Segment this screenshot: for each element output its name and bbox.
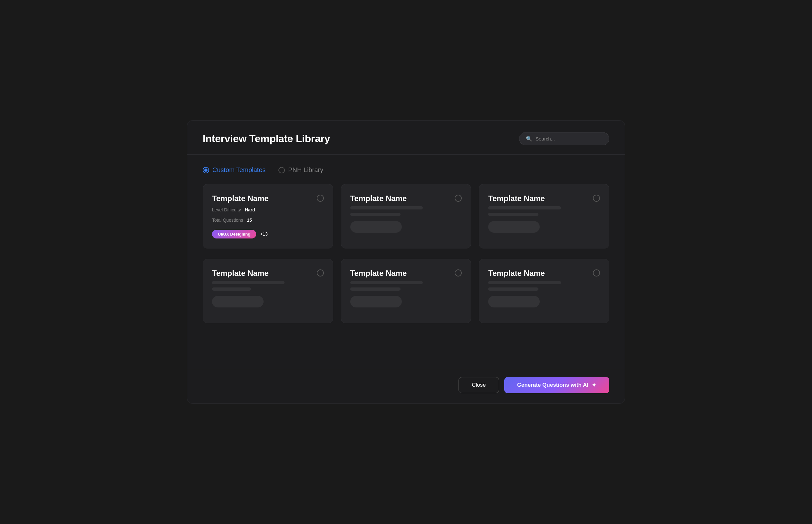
card-2-header: Template Name — [350, 194, 462, 203]
tab-radio-custom — [203, 167, 209, 174]
skeleton-line-2 — [350, 213, 400, 216]
skeleton-line-1 — [350, 206, 423, 210]
card-1-questions: Total Questions : 15 — [212, 216, 324, 224]
tag-more-count: +13 — [260, 231, 268, 236]
skeleton-line-5 — [212, 281, 284, 284]
card-1-radio[interactable] — [317, 195, 324, 202]
card-6-header: Template Name — [488, 269, 600, 278]
card-6-radio[interactable] — [593, 269, 600, 277]
card-4-title: Template Name — [212, 269, 269, 278]
card-2-radio[interactable] — [455, 195, 462, 202]
footer: Close Generate Questions with AI ✦ — [187, 369, 625, 404]
skeleton-pill-1 — [350, 221, 402, 233]
card-1-difficulty: Level Difficulty : Hard — [212, 206, 324, 213]
questions-value: 15 — [247, 217, 252, 223]
card-1-title: Template Name — [212, 194, 269, 203]
template-card-1[interactable]: Template Name Level Difficulty : Hard To… — [203, 184, 333, 248]
template-card-4[interactable]: Template Name — [203, 259, 333, 323]
skeleton-line-3 — [488, 206, 561, 210]
search-input[interactable] — [535, 136, 602, 142]
card-1-header: Template Name — [212, 194, 324, 203]
page-title: Interview Template Library — [203, 133, 330, 145]
template-card-5[interactable]: Template Name — [341, 259, 471, 323]
card-3-title: Template Name — [488, 194, 545, 203]
skeleton-pill-5 — [488, 296, 540, 308]
card-4-header: Template Name — [212, 269, 324, 278]
tabs-container: Custom Templates PNH Library — [203, 166, 609, 174]
tab-pnh-library[interactable]: PNH Library — [278, 166, 323, 174]
skeleton-line-7 — [350, 281, 423, 284]
generate-label: Generate Questions with AI — [517, 382, 589, 388]
skeleton-line-9 — [488, 281, 561, 284]
tab-label-custom: Custom Templates — [212, 166, 266, 174]
close-button[interactable]: Close — [459, 377, 499, 393]
card-2-title: Template Name — [350, 194, 407, 203]
sparkle-icon: ✦ — [592, 381, 596, 389]
template-card-6[interactable]: Template Name — [479, 259, 609, 323]
card-5-header: Template Name — [350, 269, 462, 278]
skeleton-line-10 — [488, 288, 538, 291]
difficulty-label: Level Difficulty : — [212, 207, 245, 212]
tag-uiux: UI/UX Designing — [212, 230, 256, 239]
questions-label: Total Questions : — [212, 217, 247, 223]
header: Interview Template Library 🔍 — [187, 120, 625, 155]
card-3-radio[interactable] — [593, 195, 600, 202]
cards-grid-row1: Template Name Level Difficulty : Hard To… — [203, 184, 609, 248]
card-3-header: Template Name — [488, 194, 600, 203]
skeleton-line-8 — [350, 288, 400, 291]
skeleton-pill-2 — [488, 221, 540, 233]
card-4-radio[interactable] — [317, 269, 324, 277]
skeleton-pill-4 — [350, 296, 402, 308]
skeleton-line-6 — [212, 288, 251, 291]
skeleton-line-4 — [488, 213, 538, 216]
search-bar: 🔍 — [519, 132, 609, 145]
tab-custom-templates[interactable]: Custom Templates — [203, 166, 266, 174]
difficulty-value: Hard — [245, 207, 255, 212]
card-6-title: Template Name — [488, 269, 545, 278]
skeleton-pill-3 — [212, 296, 264, 308]
template-card-2[interactable]: Template Name — [341, 184, 471, 248]
card-1-tags: UI/UX Designing +13 — [212, 230, 324, 239]
card-5-radio[interactable] — [455, 269, 462, 277]
generate-button[interactable]: Generate Questions with AI ✦ — [504, 377, 609, 393]
template-card-3[interactable]: Template Name — [479, 184, 609, 248]
main-content: Custom Templates PNH Library Template Na… — [187, 155, 625, 369]
tab-label-pnh: PNH Library — [288, 166, 323, 174]
card-5-title: Template Name — [350, 269, 407, 278]
tab-radio-pnh — [278, 167, 285, 174]
modal-container: Interview Template Library 🔍 Custom Temp… — [187, 120, 625, 404]
cards-grid-row2: Template Name Template Name — [203, 259, 609, 323]
search-icon: 🔍 — [526, 136, 532, 142]
